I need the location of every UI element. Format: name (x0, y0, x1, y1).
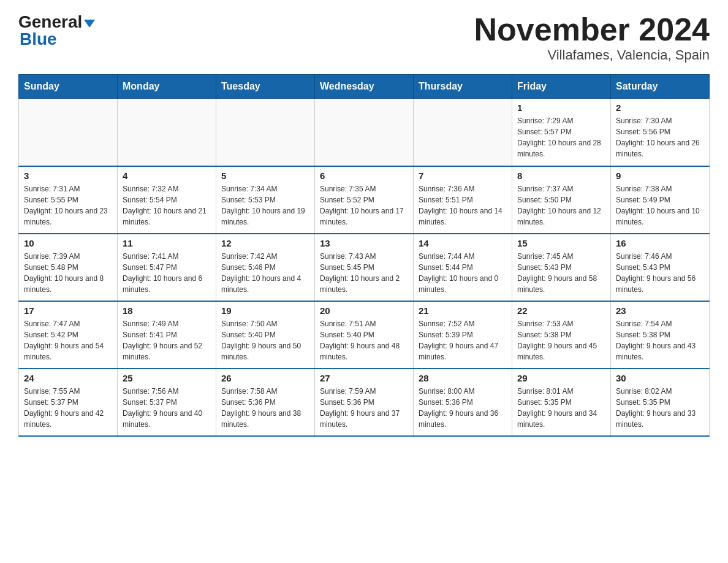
calendar-cell (216, 99, 315, 166)
day-info: Sunrise: 7:51 AM Sunset: 5:40 PM Dayligh… (320, 318, 408, 362)
day-number: 17 (24, 305, 112, 316)
day-number: 29 (517, 373, 605, 383)
day-info: Sunrise: 7:45 AM Sunset: 5:43 PM Dayligh… (517, 251, 605, 295)
calendar-week-row: 1Sunrise: 7:29 AM Sunset: 5:57 PM Daylig… (19, 99, 710, 166)
calendar-table: Sunday Monday Tuesday Wednesday Thursday… (18, 74, 710, 437)
day-info: Sunrise: 7:47 AM Sunset: 5:42 PM Dayligh… (24, 318, 112, 362)
calendar-cell: 13Sunrise: 7:43 AM Sunset: 5:45 PM Dayli… (315, 234, 414, 301)
day-number: 25 (123, 373, 211, 383)
calendar-cell: 25Sunrise: 7:56 AM Sunset: 5:37 PM Dayli… (118, 369, 216, 436)
calendar-cell: 16Sunrise: 7:46 AM Sunset: 5:43 PM Dayli… (611, 234, 710, 301)
day-number: 8 (517, 170, 605, 181)
day-number: 1 (517, 102, 605, 113)
day-info: Sunrise: 8:01 AM Sunset: 5:35 PM Dayligh… (517, 386, 605, 430)
day-info: Sunrise: 7:46 AM Sunset: 5:43 PM Dayligh… (616, 251, 704, 295)
calendar-week-row: 3Sunrise: 7:31 AM Sunset: 5:55 PM Daylig… (19, 166, 710, 234)
title-block: November 2024 Villafames, Valencia, Spai… (474, 12, 710, 63)
day-number: 14 (419, 238, 507, 248)
day-number: 24 (24, 373, 112, 383)
calendar-cell: 12Sunrise: 7:42 AM Sunset: 5:46 PM Dayli… (216, 234, 315, 301)
day-info: Sunrise: 7:52 AM Sunset: 5:39 PM Dayligh… (419, 318, 507, 362)
day-number: 20 (320, 305, 408, 316)
day-info: Sunrise: 8:02 AM Sunset: 5:35 PM Dayligh… (616, 386, 704, 430)
day-number: 27 (320, 373, 408, 383)
day-info: Sunrise: 7:30 AM Sunset: 5:56 PM Dayligh… (616, 115, 704, 159)
logo: General Blue (18, 12, 95, 49)
header-wednesday: Wednesday (315, 75, 414, 99)
day-info: Sunrise: 7:36 AM Sunset: 5:51 PM Dayligh… (419, 183, 507, 228)
day-info: Sunrise: 7:43 AM Sunset: 5:45 PM Dayligh… (320, 251, 408, 295)
calendar-subtitle: Villafames, Valencia, Spain (474, 47, 710, 63)
calendar-cell: 30Sunrise: 8:02 AM Sunset: 5:35 PM Dayli… (611, 369, 710, 436)
calendar-cell: 4Sunrise: 7:32 AM Sunset: 5:54 PM Daylig… (118, 166, 216, 234)
calendar-week-row: 17Sunrise: 7:47 AM Sunset: 5:42 PM Dayli… (19, 301, 710, 369)
calendar-cell: 29Sunrise: 8:01 AM Sunset: 5:35 PM Dayli… (512, 369, 611, 436)
calendar-cell: 14Sunrise: 7:44 AM Sunset: 5:44 PM Dayli… (414, 234, 512, 301)
day-number: 30 (616, 373, 704, 383)
day-info: Sunrise: 7:54 AM Sunset: 5:38 PM Dayligh… (616, 318, 704, 362)
calendar-header: Sunday Monday Tuesday Wednesday Thursday… (19, 75, 710, 99)
calendar-cell: 2Sunrise: 7:30 AM Sunset: 5:56 PM Daylig… (611, 99, 710, 166)
calendar-cell: 8Sunrise: 7:37 AM Sunset: 5:50 PM Daylig… (512, 166, 611, 234)
day-info: Sunrise: 7:39 AM Sunset: 5:48 PM Dayligh… (24, 251, 112, 295)
calendar-cell: 18Sunrise: 7:49 AM Sunset: 5:41 PM Dayli… (118, 301, 216, 369)
day-number: 26 (221, 373, 309, 383)
calendar-cell: 7Sunrise: 7:36 AM Sunset: 5:51 PM Daylig… (414, 166, 512, 234)
day-number: 19 (221, 305, 309, 316)
day-number: 2 (616, 102, 704, 113)
day-info: Sunrise: 7:35 AM Sunset: 5:52 PM Dayligh… (320, 183, 408, 228)
calendar-week-row: 24Sunrise: 7:55 AM Sunset: 5:37 PM Dayli… (19, 369, 710, 436)
calendar-cell: 26Sunrise: 7:58 AM Sunset: 5:36 PM Dayli… (216, 369, 315, 436)
day-info: Sunrise: 7:32 AM Sunset: 5:54 PM Dayligh… (123, 183, 211, 228)
calendar-title: November 2024 (474, 12, 710, 47)
calendar-cell: 22Sunrise: 7:53 AM Sunset: 5:38 PM Dayli… (512, 301, 611, 369)
calendar-cell (414, 99, 512, 166)
calendar-cell (19, 99, 118, 166)
weekday-header-row: Sunday Monday Tuesday Wednesday Thursday… (19, 75, 710, 99)
day-number: 22 (517, 305, 605, 316)
day-number: 7 (419, 170, 507, 181)
day-number: 11 (123, 238, 211, 248)
day-info: Sunrise: 7:41 AM Sunset: 5:47 PM Dayligh… (123, 251, 211, 295)
header-sunday: Sunday (19, 75, 118, 99)
day-number: 9 (616, 170, 704, 181)
header-saturday: Saturday (611, 75, 710, 99)
day-info: Sunrise: 7:31 AM Sunset: 5:55 PM Dayligh… (24, 183, 112, 228)
day-info: Sunrise: 7:50 AM Sunset: 5:40 PM Dayligh… (221, 318, 309, 362)
day-info: Sunrise: 7:53 AM Sunset: 5:38 PM Dayligh… (517, 318, 605, 362)
day-number: 15 (517, 238, 605, 248)
calendar-cell (315, 99, 414, 166)
calendar-cell: 24Sunrise: 7:55 AM Sunset: 5:37 PM Dayli… (19, 369, 118, 436)
calendar-cell: 6Sunrise: 7:35 AM Sunset: 5:52 PM Daylig… (315, 166, 414, 234)
calendar-cell: 9Sunrise: 7:38 AM Sunset: 5:49 PM Daylig… (611, 166, 710, 234)
day-number: 16 (616, 238, 704, 248)
day-number: 6 (320, 170, 408, 181)
day-number: 13 (320, 238, 408, 248)
calendar-cell: 10Sunrise: 7:39 AM Sunset: 5:48 PM Dayli… (19, 234, 118, 301)
calendar-cell: 20Sunrise: 7:51 AM Sunset: 5:40 PM Dayli… (315, 301, 414, 369)
day-info: Sunrise: 7:59 AM Sunset: 5:36 PM Dayligh… (320, 386, 408, 430)
day-info: Sunrise: 7:37 AM Sunset: 5:50 PM Dayligh… (517, 183, 605, 228)
header-thursday: Thursday (414, 75, 512, 99)
day-info: Sunrise: 7:38 AM Sunset: 5:49 PM Dayligh… (616, 183, 704, 228)
calendar-cell: 17Sunrise: 7:47 AM Sunset: 5:42 PM Dayli… (19, 301, 118, 369)
header-friday: Friday (512, 75, 611, 99)
day-number: 5 (221, 170, 309, 181)
calendar-cell: 23Sunrise: 7:54 AM Sunset: 5:38 PM Dayli… (611, 301, 710, 369)
day-info: Sunrise: 7:29 AM Sunset: 5:57 PM Dayligh… (517, 115, 605, 159)
day-number: 4 (123, 170, 211, 181)
calendar-cell: 1Sunrise: 7:29 AM Sunset: 5:57 PM Daylig… (512, 99, 611, 166)
calendar-cell: 11Sunrise: 7:41 AM Sunset: 5:47 PM Dayli… (118, 234, 216, 301)
calendar-body: 1Sunrise: 7:29 AM Sunset: 5:57 PM Daylig… (19, 99, 710, 436)
calendar-cell: 27Sunrise: 7:59 AM Sunset: 5:36 PM Dayli… (315, 369, 414, 436)
calendar-cell: 5Sunrise: 7:34 AM Sunset: 5:53 PM Daylig… (216, 166, 315, 234)
calendar-cell: 15Sunrise: 7:45 AM Sunset: 5:43 PM Dayli… (512, 234, 611, 301)
calendar-cell: 19Sunrise: 7:50 AM Sunset: 5:40 PM Dayli… (216, 301, 315, 369)
logo-arrow-icon (84, 20, 95, 28)
day-info: Sunrise: 7:49 AM Sunset: 5:41 PM Dayligh… (123, 318, 211, 362)
logo-blue-text: Blue (18, 29, 95, 49)
page-header: General Blue November 2024 Villafames, V… (18, 12, 710, 63)
day-number: 12 (221, 238, 309, 248)
day-info: Sunrise: 7:34 AM Sunset: 5:53 PM Dayligh… (221, 183, 309, 228)
day-number: 18 (123, 305, 211, 316)
